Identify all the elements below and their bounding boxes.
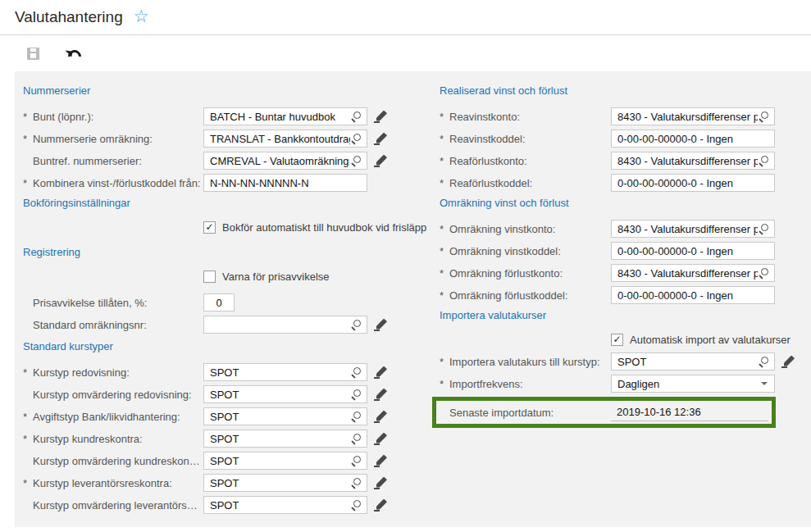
kurstyp-redovisning-input[interactable]: SPOT — [203, 363, 367, 381]
field-row-kurstyp-kundreskontra: *Kurstyp kundreskontra: SPOT — [23, 430, 426, 448]
checkmark-icon: ✓ — [613, 334, 621, 344]
required-marker: * — [440, 245, 449, 257]
checkbox-row-automatisk-import: ✓ Automatisk import av valutakurser — [440, 332, 804, 347]
field-label: Omräkning förlustkonto: — [449, 267, 563, 280]
automatisk-import-checkbox[interactable]: ✓ — [611, 334, 623, 346]
field-row-kurstyp-omvardering-redovisning: Kurstyp omvärdering redovisning: SPOT — [23, 385, 426, 403]
reaforlustkonto-input[interactable]: 8430 - Valutakursdifferenser på — [611, 152, 775, 170]
edit-pencil-icon[interactable] — [374, 433, 387, 445]
edit-pencil-icon[interactable] — [374, 366, 387, 379]
kurstyp-kundreskontra-input[interactable]: SPOT — [203, 430, 367, 448]
edit-pencil-icon[interactable] — [374, 499, 387, 512]
kurstyp-omvardering-redovisning-input[interactable]: SPOT — [203, 385, 367, 403]
field-value: SPOT — [210, 499, 350, 512]
field-value: SPOT — [210, 455, 350, 467]
search-icon[interactable] — [350, 319, 362, 331]
omrakning-vinstkoddel-input[interactable]: 0-00-00-00000-0 - Ingen — [611, 242, 775, 260]
reavinstkoddel-input[interactable]: 0-00-00-00000-0 - Ingen — [611, 130, 775, 148]
search-icon[interactable] — [350, 477, 362, 489]
varna-prisavvikelse-checkbox[interactable] — [203, 271, 216, 283]
section-heading-omrakning: Omräkning vinst och förlust — [440, 197, 804, 210]
required-marker: * — [440, 356, 449, 368]
buntref-nummerserier-input[interactable]: CMREVAL - Valutaomräkning — [203, 152, 367, 170]
field-row-reavinstkonto: *Reavinstkonto: 8430 - Valutakursdiffere… — [440, 107, 804, 125]
importfrekvens-dropdown[interactable]: Dagligen — [611, 375, 775, 393]
search-icon[interactable] — [758, 111, 770, 123]
highlight-annotation-box: Senaste importdatum: 2019-10-16 12:36 — [432, 397, 776, 428]
field-label: Buntref. nummerserier: — [33, 155, 142, 167]
kombinera-koddel-input[interactable]: N-NN-NN-NNNNN-N — [203, 174, 367, 192]
edit-pencil-icon[interactable] — [781, 356, 795, 368]
search-icon[interactable] — [758, 267, 770, 280]
avgiftstyp-bank-input[interactable]: SPOT — [203, 407, 367, 425]
field-row-omrakning-vinstkonto: *Omräkning vinstkonto: 8430 - Valutakurs… — [440, 220, 804, 238]
search-icon[interactable] — [350, 111, 362, 123]
search-icon[interactable] — [350, 389, 362, 401]
checkbox-row-varna-prisavvikelse: Varna för prisavvikelse — [23, 269, 426, 284]
edit-pencil-icon[interactable] — [374, 155, 387, 167]
required-marker: * — [440, 223, 449, 235]
field-value: 0-00-00-00000-0 - Ingen — [617, 177, 770, 189]
search-icon[interactable] — [350, 411, 362, 423]
reavinstkonto-input[interactable]: 8430 - Valutakursdifferenser på — [611, 107, 775, 125]
field-row-reavinstkoddel: *Reavinstkoddel: 0-00-00-00000-0 - Ingen — [440, 130, 804, 148]
field-row-kombinera-koddel: *Kombinera vinst-/förlustkoddel från: N-… — [23, 174, 426, 192]
save-button[interactable] — [27, 48, 39, 60]
bokfor-automatiskt-checkbox[interactable]: ✓ — [203, 221, 216, 234]
importera-valutakurs-kurstyp-input[interactable]: SPOT — [611, 352, 775, 371]
required-marker: * — [440, 267, 449, 280]
field-row-importfrekvens: *Importfrekvens: Dagligen — [440, 375, 804, 393]
field-value: SPOT — [210, 366, 350, 379]
undo-button[interactable] — [65, 48, 80, 60]
field-label: Importera valutakurs till kurstyp: — [449, 356, 600, 368]
edit-pencil-icon[interactable] — [374, 111, 387, 123]
section-heading-standard-kurstyper: Standard kurstyper — [23, 340, 426, 353]
field-row-reaforlustkoddel: *Reaförlustkoddel: 0-00-00-00000-0 - Ing… — [440, 174, 804, 192]
search-icon[interactable] — [350, 155, 362, 167]
senaste-importdatum-value: 2019-10-16 12:36 — [611, 404, 768, 421]
field-label: Bunt (löpnr.): — [33, 111, 93, 123]
reaforlustkoddel-input[interactable]: 0-00-00-00000-0 - Ingen — [611, 174, 775, 192]
field-label: Omräkning vinstkonto: — [449, 223, 555, 235]
omrakning-forlustkoddel-input[interactable]: 0-00-00-00000-0 - Ingen — [611, 286, 775, 304]
search-icon[interactable] — [350, 499, 362, 512]
search-icon[interactable] — [758, 155, 770, 167]
edit-pencil-icon[interactable] — [374, 455, 387, 467]
field-row-senaste-importdatum: Senaste importdatum: 2019-10-16 12:36 — [440, 403, 768, 421]
kurstyp-omvardering-kundreskontra-input[interactable]: SPOT — [203, 452, 367, 470]
search-icon[interactable] — [758, 356, 770, 368]
edit-pencil-icon[interactable] — [374, 319, 387, 331]
prisavvikelse-tillaten-input[interactable]: 0 — [203, 293, 235, 311]
section-heading-bokforingsinstallningar: Bokföringsinställningar — [23, 197, 426, 210]
bunt-lopnr-input[interactable]: BATCH - Buntar huvudbok — [203, 107, 367, 125]
field-value: 0-00-00-00000-0 - Ingen — [617, 133, 770, 145]
edit-pencil-icon[interactable] — [374, 477, 387, 489]
omrakning-forlustkonto-input[interactable]: 8430 - Valutakursdifferenser på — [611, 264, 775, 282]
standard-omrakningsnr-input[interactable] — [203, 316, 367, 334]
search-icon[interactable] — [350, 366, 362, 379]
search-icon[interactable] — [758, 223, 770, 235]
edit-pencil-icon[interactable] — [374, 389, 387, 401]
search-icon[interactable] — [350, 133, 362, 145]
field-label: Omräkning förlustkoddel: — [449, 289, 568, 302]
favorite-star-icon[interactable]: ☆ — [134, 7, 149, 26]
checkbox-label: Bokför automatiskt till huvudbok vid fri… — [222, 221, 426, 234]
edit-pencil-icon[interactable] — [374, 411, 387, 423]
search-icon[interactable] — [350, 433, 362, 445]
settings-panel: Nummerserier *Bunt (löpnr.): BATCH - Bun… — [15, 71, 811, 527]
field-row-bunt-lopnr: *Bunt (löpnr.): BATCH - Buntar huvudbok — [23, 107, 426, 125]
kurstyp-omvardering-leverantorsreskontra-input[interactable]: SPOT — [203, 496, 367, 514]
field-label: Kurstyp omvärdering redovisning: — [33, 389, 192, 401]
field-row-omrakning-forlustkoddel: *Omräkning förlustkoddel: 0-00-00-00000-… — [440, 286, 804, 304]
checkmark-icon: ✓ — [205, 222, 213, 232]
omrakning-vinstkonto-input[interactable]: 8430 - Valutakursdifferenser på — [611, 220, 775, 238]
field-row-buntref-nummerserier: Buntref. nummerserier: CMREVAL - Valutao… — [23, 152, 426, 170]
search-icon[interactable] — [350, 455, 362, 467]
field-label: Kombinera vinst-/förlustkoddel från: — [33, 177, 200, 189]
required-marker: * — [23, 111, 33, 123]
kurstyp-leverantorsreskontra-input[interactable]: SPOT — [203, 474, 367, 492]
nummerserie-omrakning-input[interactable]: TRANSLAT - Bankkontoutdrag — [203, 130, 367, 148]
edit-pencil-icon[interactable] — [374, 133, 387, 145]
left-column: Nummerserier *Bunt (löpnr.): BATCH - Bun… — [23, 84, 426, 518]
field-row-kurstyp-leverantorsreskontra: *Kurstyp leverantörsreskontra: SPOT — [23, 474, 426, 492]
